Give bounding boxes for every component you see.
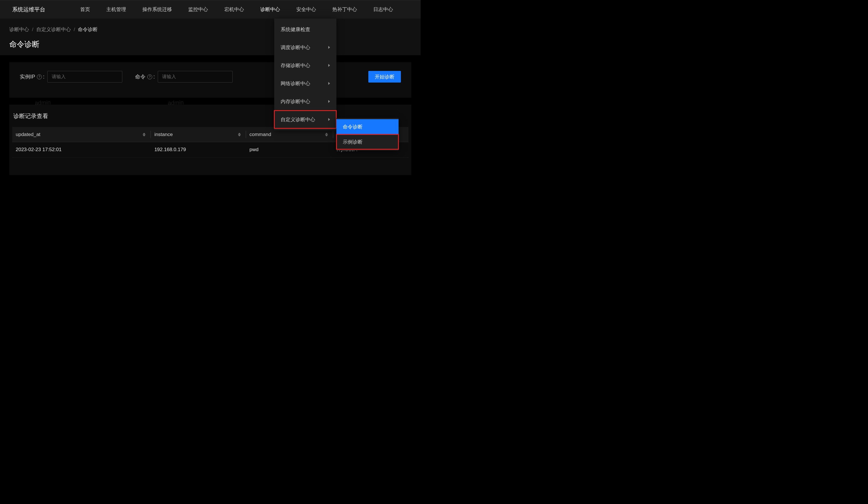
instance-ip-label: 实例IP ? : [20,73,44,80]
nav-items: 首页 主机管理 操作系统迁移 监控中心 宕机中心 诊断中心 安全中心 热补丁中心… [80,0,409,19]
col-label: command [249,132,271,137]
help-icon[interactable]: ? [147,74,152,79]
dropdown-item-label: 存储诊断中心 [281,62,310,69]
col-instance[interactable]: instance [151,127,246,142]
field-command: 命令 ? : [135,71,233,82]
breadcrumb-item[interactable]: 自定义诊断中心 [36,26,71,33]
col-label: updated_at [16,132,40,137]
sort-icon[interactable] [143,132,146,136]
main-content: 实例IP ? : 命令 ? : 开始诊断 诊断记录查看 updated_at [0,55,421,175]
page-header: 诊断中心 / 自定义诊断中心 / 命令诊断 命令诊断 [0,19,421,55]
breadcrumb-item[interactable]: 诊断中心 [9,26,29,33]
brand: 系统运维平台 [12,6,45,13]
instance-ip-label-text: 实例IP [20,73,35,80]
chevron-right-icon [328,100,330,103]
chevron-right-icon [328,118,330,121]
dropdown-item-health-check[interactable]: 系统健康检查 [274,20,337,38]
nav-item-os-migration[interactable]: 操作系统迁移 [142,0,172,19]
diagnosis-dropdown: 系统健康检查 调度诊断中心 存储诊断中心 网络诊断中心 内存诊断中心 自定义诊断… [274,19,337,130]
submenu-item-command-diagnosis[interactable]: 命令诊断 [337,119,399,134]
command-label: 命令 ? : [135,73,155,80]
command-label-text: 命令 [135,73,146,80]
submenu-item-label: 示例诊断 [343,139,363,145]
start-diagnosis-button[interactable]: 开始诊断 [368,71,401,82]
submenu-item-label: 命令诊断 [343,123,363,130]
col-updated-at[interactable]: updated_at [12,127,151,142]
breadcrumb-current: 命令诊断 [78,26,97,33]
sort-icon[interactable] [238,132,241,136]
top-nav: 系统运维平台 首页 主机管理 操作系统迁移 监控中心 宕机中心 诊断中心 安全中… [0,0,421,19]
dropdown-item-label: 内存诊断中心 [281,98,310,105]
nav-item-logs[interactable]: 日志中心 [373,0,393,19]
field-instance-ip: 实例IP ? : [20,71,122,82]
page-title: 命令诊断 [9,39,411,49]
dropdown-item-label: 系统健康检查 [281,26,310,33]
colon: : [153,74,155,80]
dropdown-item-memory[interactable]: 内存诊断中心 [274,92,337,110]
breadcrumb: 诊断中心 / 自定义诊断中心 / 命令诊断 [9,26,411,33]
nav-item-diagnosis[interactable]: 诊断中心 [260,0,280,19]
col-label: instance [154,132,173,137]
nav-item-hotpatch[interactable]: 热补丁中心 [332,0,357,19]
dropdown-item-storage[interactable]: 存储诊断中心 [274,57,337,74]
dropdown-item-schedule[interactable]: 调度诊断中心 [274,38,337,57]
chevron-right-icon [328,64,330,67]
nav-item-home[interactable]: 首页 [80,0,90,19]
chevron-right-icon [328,82,330,85]
dropdown-item-label: 调度诊断中心 [281,44,310,51]
chevron-right-icon [328,46,330,49]
dropdown-item-label: 网络诊断中心 [281,80,310,87]
submenu-item-example-diagnosis[interactable]: 示例诊断 [337,134,399,149]
nav-item-hosts[interactable]: 主机管理 [106,0,126,19]
cell-command: pwd [246,142,333,158]
cell-updated-at: 2023-02-23 17:52:01 [12,142,151,158]
custom-diagnosis-submenu: 命令诊断 示例诊断 [337,118,399,151]
instance-ip-input[interactable] [47,71,122,82]
dropdown-item-network[interactable]: 网络诊断中心 [274,74,337,92]
nav-item-security[interactable]: 安全中心 [296,0,316,19]
nav-item-monitor[interactable]: 监控中心 [188,0,208,19]
cell-instance: 192.168.0.179 [151,142,246,158]
sort-icon[interactable] [325,132,328,136]
filter-panel: 实例IP ? : 命令 ? : 开始诊断 [9,62,411,98]
command-input[interactable] [158,71,233,82]
dropdown-item-custom[interactable]: 自定义诊断中心 [274,110,337,129]
breadcrumb-separator: / [32,27,33,32]
breadcrumb-separator: / [74,27,75,32]
colon: : [43,74,44,80]
help-icon[interactable]: ? [37,74,42,79]
dropdown-item-label: 自定义诊断中心 [281,116,315,123]
nav-item-crash[interactable]: 宕机中心 [224,0,244,19]
